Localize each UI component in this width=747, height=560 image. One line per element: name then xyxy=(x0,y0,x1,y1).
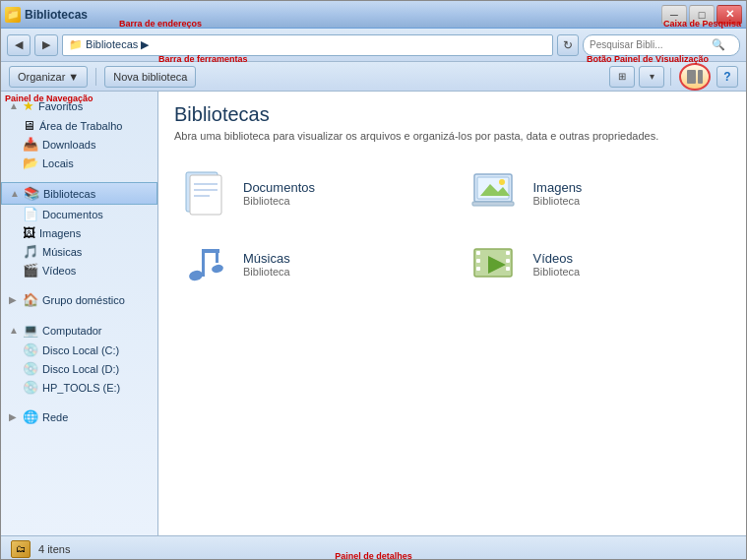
svg-rect-21 xyxy=(506,251,510,255)
videos-svg-icon xyxy=(470,241,522,286)
sidebar-item-musicas[interactable]: 🎵 Músicas xyxy=(1,242,157,261)
organize-label: Organizar xyxy=(18,71,65,83)
musicas-name: Músicas xyxy=(243,251,290,266)
bibliotecas-folder-icon: 📚 xyxy=(24,186,39,201)
sidebar-section-computador: ▲ 💻 Computador 💿 Disco Local (C:) 💿 Disc… xyxy=(1,320,157,397)
back-button[interactable]: ◀ xyxy=(7,34,31,56)
status-icon: 🗂 xyxy=(11,540,31,558)
search-input[interactable] xyxy=(590,39,708,50)
imagens-icon: 🖼 xyxy=(23,225,35,240)
sidebar-group-computador[interactable]: ▲ 💻 Computador xyxy=(1,320,157,341)
documentos-side-label: Documentos xyxy=(42,209,103,220)
organize-button[interactable]: Organizar ▼ xyxy=(9,66,88,88)
sidebar-item-hp-tools[interactable]: 💿 HP_TOOLS (E:) xyxy=(1,378,157,397)
documentos-icon: 📄 xyxy=(23,207,38,221)
expand-icon5: ▶ xyxy=(9,411,19,422)
svg-point-16 xyxy=(211,264,224,275)
view-icon1-button[interactable]: ⊞ xyxy=(609,66,635,88)
status-bar: 🗂 4 itens Painel de detalhes xyxy=(1,535,746,560)
sidebar-group-rede[interactable]: ▶ 🌐 Rede xyxy=(1,406,157,427)
sidebar-item-disco-d[interactable]: 💿 Disco Local (D:) xyxy=(1,359,157,378)
sidebar-item-imagens[interactable]: 🖼 Imagens xyxy=(1,223,157,242)
svg-rect-3 xyxy=(190,175,221,215)
sidebar-group-bibliotecas[interactable]: ▲ 📚 Bibliotecas xyxy=(1,182,157,205)
help-button[interactable]: ? xyxy=(716,66,738,88)
svg-rect-23 xyxy=(506,267,510,271)
content-title: Bibliotecas xyxy=(174,103,730,126)
expand-icon2: ▲ xyxy=(10,188,20,199)
svg-rect-22 xyxy=(506,259,510,263)
hp-tools-icon: 💿 xyxy=(23,380,38,395)
maximize-button[interactable]: □ xyxy=(689,5,715,25)
svg-rect-19 xyxy=(476,259,480,263)
musicas-info: Músicas Biblioteca xyxy=(243,251,290,278)
organize-arrow: ▼ xyxy=(68,71,79,83)
imagens-type: Biblioteca xyxy=(533,195,583,207)
rede-icon: 🌐 xyxy=(23,409,38,424)
imagens-info: Imagens Biblioteca xyxy=(533,180,583,207)
videos-side-label: Vídeos xyxy=(42,265,76,277)
status-text: 4 itens xyxy=(38,543,70,555)
close-button[interactable]: ✕ xyxy=(716,5,742,25)
preview-panel-button[interactable] xyxy=(679,63,711,91)
documentos-library-icon xyxy=(178,169,233,217)
toolbar-annotation: Barra de ferramentas xyxy=(158,54,248,64)
documents-svg-icon xyxy=(180,170,231,216)
computador-icon: 💻 xyxy=(23,323,38,338)
library-item-musicas[interactable]: Músicas Biblioteca xyxy=(174,236,441,291)
disco-c-icon: 💿 xyxy=(23,342,38,357)
toolbar: Organizar ▼ Nova biblioteca Barra de fer… xyxy=(1,62,746,92)
downloads-icon: 📥 xyxy=(23,137,38,152)
forward-button[interactable]: ▶ xyxy=(34,34,58,56)
svg-rect-18 xyxy=(476,251,480,255)
library-grid: Documentos Biblioteca xyxy=(174,157,730,299)
window-title: Bibliotecas xyxy=(25,8,88,22)
hp-tools-label: HP_TOOLS (E:) xyxy=(42,382,120,394)
library-item-imagens[interactable]: Imagens Biblioteca xyxy=(465,165,731,220)
sidebar-section-grupo: ▶ 🏠 Grupo doméstico xyxy=(1,289,157,310)
search-box[interactable]: 🔍 xyxy=(583,34,740,56)
rede-label: Rede xyxy=(42,411,68,423)
preview-panel-icon xyxy=(687,70,703,84)
sidebar-bibliotecas-label: Bibliotecas xyxy=(43,188,95,200)
videos-type: Biblioteca xyxy=(533,266,581,278)
svg-rect-13 xyxy=(202,249,205,277)
sidebar-item-disco-c[interactable]: 💿 Disco Local (C:) xyxy=(1,341,157,359)
videos-name: Vídeos xyxy=(533,251,581,266)
status-annotation: Painel de detalhes xyxy=(335,551,412,560)
svg-rect-11 xyxy=(472,202,514,206)
svg-rect-15 xyxy=(216,249,218,263)
svg-rect-1 xyxy=(698,70,703,84)
sidebar-item-locais[interactable]: 📂 Locais xyxy=(1,154,157,172)
area-trabalho-icon: 🖥 xyxy=(23,118,35,133)
sidebar-item-documentos[interactable]: 📄 Documentos xyxy=(1,205,157,223)
locais-label: Locais xyxy=(42,157,74,169)
sidebar-item-downloads[interactable]: 📥 Downloads xyxy=(1,135,157,154)
sidebar-item-area-trabalho[interactable]: 🖥 Área de Trabalho xyxy=(1,116,157,135)
sidebar-item-videos[interactable]: 🎬 Vídeos xyxy=(1,261,157,280)
minimize-button[interactable]: ─ xyxy=(661,5,687,25)
content-subtitle: Abra uma biblioteca para visualizar os a… xyxy=(174,130,730,142)
videos-info: Vídeos Biblioteca xyxy=(533,251,581,278)
content-area: Bibliotecas Abra uma biblioteca para vis… xyxy=(158,92,746,535)
library-item-videos[interactable]: Vídeos Biblioteca xyxy=(465,236,731,291)
refresh-button[interactable]: ↻ xyxy=(557,34,579,56)
search-icon: 🔍 xyxy=(712,38,725,51)
sidebar-annotation: Painel de Navegação xyxy=(1,92,97,105)
images-svg-icon xyxy=(470,170,522,216)
content-header: Bibliotecas Abra uma biblioteca para vis… xyxy=(174,103,730,142)
downloads-label: Downloads xyxy=(42,139,95,151)
documentos-type: Biblioteca xyxy=(243,195,315,207)
view-icon2-button[interactable]: ▾ xyxy=(639,66,664,88)
new-library-button[interactable]: Nova biblioteca xyxy=(104,66,196,88)
imagens-side-label: Imagens xyxy=(39,227,81,239)
grupo-label: Grupo doméstico xyxy=(42,294,125,306)
sidebar-group-grupo[interactable]: ▶ 🏠 Grupo doméstico xyxy=(1,289,157,310)
address-path[interactable]: 📁 Bibliotecas ▶ xyxy=(62,34,553,56)
toolbar-separator xyxy=(95,68,96,86)
computador-label: Computador xyxy=(42,325,102,337)
main-area: Painel de Navegação ▲ ★ Favoritos 🖥 Área… xyxy=(1,92,746,535)
expand-icon4: ▲ xyxy=(9,325,19,336)
musicas-library-icon xyxy=(178,240,233,287)
library-item-documentos[interactable]: Documentos Biblioteca xyxy=(174,165,441,220)
